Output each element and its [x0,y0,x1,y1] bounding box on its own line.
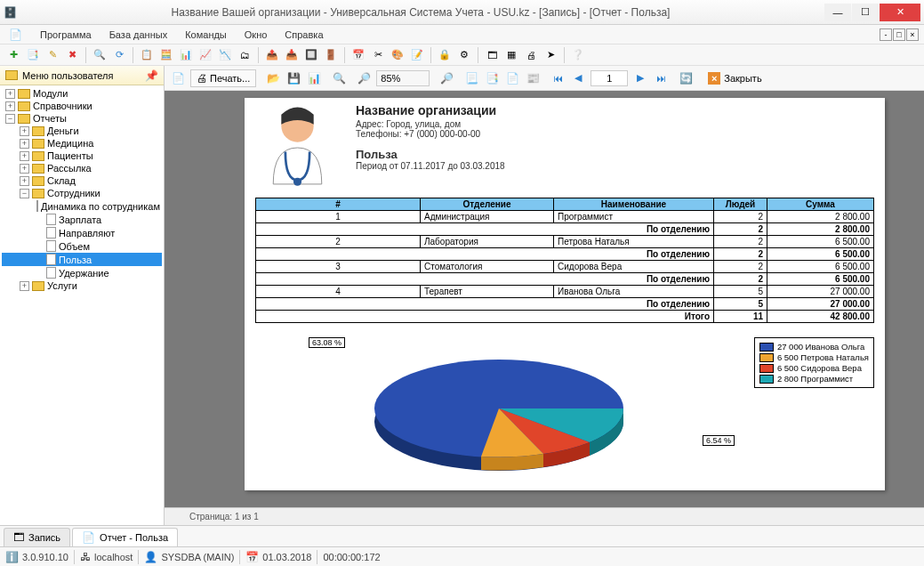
tree-salary[interactable]: Зарплата [2,213,162,226]
toolbar-icon-h[interactable]: 📥 [284,47,300,63]
arrow-icon[interactable]: ➤ [542,47,558,63]
titlebar: 🗄️ Название Вашей организации - Универса… [0,0,924,25]
toolbar-icon-e[interactable]: 📉 [217,47,233,63]
table-subtotal: По отделению527 000.00 [256,298,874,311]
tree-mailing[interactable]: +Рассылка [2,162,162,174]
save-icon[interactable]: 💾 [285,69,301,87]
window-icon[interactable]: 🗔 [484,47,500,63]
palette-icon[interactable]: 🎨 [390,47,406,63]
legend-row: 27 000 Иванова Ольга [759,342,869,352]
sidebar-title: Меню пользователя [22,70,113,81]
page-status: Страница: 1 из 1 [165,507,924,525]
print-icon[interactable]: 🖨 [523,47,539,63]
zoom-in-icon[interactable]: 🔎 [356,69,372,87]
nav-prev-icon[interactable]: ◀ [570,69,586,87]
tree-services[interactable]: +Услуги [2,279,162,292]
maximize-button[interactable]: ☐ [852,4,879,21]
minimize-button[interactable]: — [824,4,851,21]
tree-benefit[interactable]: Польза [2,253,162,266]
view-icon-d[interactable]: 📰 [525,69,541,87]
table-row: 2ЛабораторияПетрова Наталья26 500.00 [256,236,874,248]
tree-referrals[interactable]: Направляют [2,226,162,239]
toolbar-icon-c[interactable]: 📊 [178,47,194,63]
copy-icon[interactable]: 📑 [25,47,41,63]
report-viewer[interactable]: Название организации Адрес: Город, улица… [165,91,924,507]
close-report-button[interactable]: ×Закрыть [703,71,767,85]
tab-report[interactable]: 📄Отчет - Польза [72,528,178,546]
tree-reports[interactable]: −Отчеты [2,112,162,125]
tree-employees[interactable]: −Сотрудники [2,187,162,199]
tree-modules[interactable]: +Модули [2,87,162,100]
statusbar: ℹ️3.0.910.10 🖧localhost 👤SYSDBA (MAIN) 📅… [0,546,924,566]
menu-commands[interactable]: Команды [181,28,230,42]
col-dept: Отделение [421,198,554,211]
mdi-restore-icon[interactable]: □ [893,28,905,41]
print-button[interactable]: 🖨 Печать... [190,69,256,87]
tree-directories[interactable]: +Справочники [2,100,162,112]
tree-money[interactable]: +Деньги [2,125,162,137]
report-doc-icon[interactable]: 📄 [170,69,186,87]
pin-icon[interactable]: 📌 [145,69,158,82]
toolbar-icon-b[interactable]: 🧮 [158,47,174,63]
toolbar-icon-d[interactable]: 📈 [197,47,213,63]
toolbar-icon-i[interactable]: 🔲 [303,47,319,63]
tree-volume[interactable]: Объем [2,239,162,253]
col-people: Людей [714,198,767,211]
status-host: localhost [94,552,133,562]
report-paper: Название организации Адрес: Город, улица… [245,98,885,490]
edit-icon[interactable]: ✎ [44,47,60,63]
user-icon: 👤 [144,551,157,563]
gear-icon[interactable]: ⚙ [456,47,472,63]
mdi-close-icon[interactable]: × [906,28,919,41]
menu-help[interactable]: Справка [281,28,326,42]
zoom-tool-icon[interactable]: 🔍 [331,69,347,87]
mdi-min-icon[interactable]: - [880,28,892,41]
page-input[interactable] [591,70,628,86]
pie-label-main: 63.08 % [309,337,345,348]
add-icon[interactable]: ✚ [5,47,21,63]
grid-icon[interactable]: ▦ [503,47,519,63]
toolbar-icon-g[interactable]: 📤 [264,47,280,63]
nav-first-icon[interactable]: ⏮ [550,69,566,87]
menu-program[interactable]: Программа [36,28,95,42]
view-icon-b[interactable]: 📑 [484,69,500,87]
report-toolbar: 📄 🖨 Печать... 📂 💾 📊 🔍 🔎 85% 🔎 📃 📑 📄 📰 ⏮ … [165,66,924,91]
refresh-icon[interactable]: ⟳ [111,47,127,63]
view-icon-a[interactable]: 📃 [463,69,479,87]
tree-medicine[interactable]: +Медицина [2,137,162,150]
refresh-report-icon[interactable]: 🔄 [678,69,694,87]
note-icon[interactable]: 📝 [409,47,425,63]
exit-icon[interactable]: 🚪 [323,47,339,63]
toolbar-icon-f[interactable]: 🗂 [237,47,253,63]
menu-database[interactable]: База данных [106,28,172,42]
tree-deduction[interactable]: Удержание [2,266,162,279]
date-icon: 📅 [245,551,259,563]
tab-record[interactable]: 🗔Запись [4,528,70,546]
view-icon-c[interactable]: 📄 [504,69,520,87]
calendar-icon[interactable]: 📅 [350,47,366,63]
nav-next-icon[interactable]: ▶ [632,69,648,87]
status-icon: ℹ️ [5,551,19,563]
zoom-out-icon[interactable]: 🔎 [438,69,454,87]
chart-legend: 27 000 Иванова Ольга6 500 Петрова Наталь… [754,337,874,388]
help-icon[interactable]: ❔ [570,47,586,63]
search-icon[interactable]: 🔍 [92,47,108,63]
close-button[interactable]: ✕ [880,4,920,21]
table-row: 3СтоматологияСидорова Вера26 500.00 [256,261,874,273]
zoom-value[interactable]: 85% [376,70,430,86]
menubar: 📄 Программа База данных Команды Окно Спр… [0,25,924,44]
lock-icon[interactable]: 🔒 [437,47,453,63]
tools-icon[interactable]: ✂ [370,47,386,63]
delete-icon[interactable]: ✖ [64,47,80,63]
tree-dyn[interactable]: Динамика по сотрудникам [2,199,162,213]
org-name: Название организации [356,103,505,117]
toolbar-icon-a[interactable]: 📋 [139,47,155,63]
main-toolbar: ✚ 📑 ✎ ✖ 🔍 ⟳ 📋 🧮 📊 📈 📉 🗂 📤 📥 🔲 🚪 📅 ✂ 🎨 📝 … [0,44,924,66]
tree-warehouse[interactable]: +Склад [2,174,162,187]
open-icon[interactable]: 📂 [265,69,281,87]
nav-last-icon[interactable]: ⏭ [653,69,669,87]
tree-patients[interactable]: +Пациенты [2,150,162,162]
export-excel-icon[interactable]: 📊 [306,69,322,87]
svg-point-1 [293,178,301,186]
menu-window[interactable]: Окно [241,28,271,42]
